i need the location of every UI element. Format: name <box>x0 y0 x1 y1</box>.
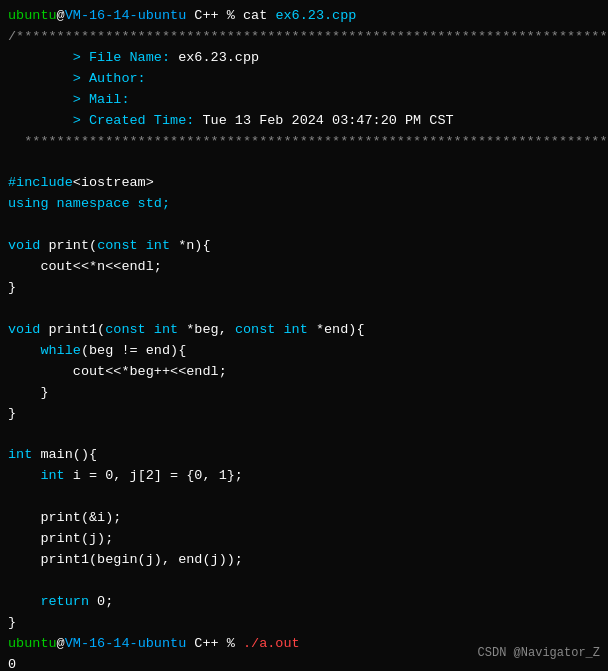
separator-bottom-text: ****************************************… <box>8 132 608 153</box>
print-i-text: print(&i); <box>8 508 121 529</box>
const-kw1: const <box>97 236 138 257</box>
print-i-line: print(&i); <box>8 508 600 529</box>
prompt-file: ex6.23.cpp <box>275 6 356 27</box>
prompt-at-2: @ <box>57 634 65 655</box>
void-print-sig: void print(const int *n){ <box>8 236 600 257</box>
return-kw: return <box>40 592 89 613</box>
blank-5 <box>8 487 600 508</box>
prompt-cmd: cat <box>243 6 275 27</box>
int-main-kw: int <box>8 445 32 466</box>
watermark-text: CSDN @Navigator_Z <box>478 646 600 660</box>
close-brace-while-text: } <box>8 383 49 404</box>
void-kw1: void <box>8 236 40 257</box>
meta-mail-text: > Mail: <box>8 90 130 111</box>
while-kw: while <box>40 341 81 362</box>
prompt-user: ubuntu <box>8 6 57 27</box>
void-print1-sig: void print1(const int *beg, const int *e… <box>8 320 600 341</box>
output-val-1: 0 <box>8 655 16 671</box>
int-kw1: int <box>146 236 170 257</box>
meta-filename-text: > File Name: ex6.23.cpp <box>8 48 259 69</box>
prompt-user-2: ubuntu <box>8 634 57 655</box>
close-brace-1-text: } <box>8 278 16 299</box>
blank-2 <box>8 215 600 236</box>
print-j-line: print(j); <box>8 529 600 550</box>
return-line: return 0; <box>8 592 600 613</box>
int-n <box>138 236 146 257</box>
include-line: #include<iostream> <box>8 173 600 194</box>
int-kw4: int <box>40 466 64 487</box>
prompt-host-2: VM-16-14-ubuntu <box>65 634 187 655</box>
meta-created-text: > Created Time: Tue 13 Feb 2024 03:47:20… <box>8 111 454 132</box>
while-line: while(beg != end){ <box>8 341 600 362</box>
close-brace-while: } <box>8 383 600 404</box>
int-kw3: int <box>284 320 308 341</box>
separator-top: /***************************************… <box>8 27 600 48</box>
separator-text: /***************************************… <box>8 27 608 48</box>
while-indent <box>8 341 40 362</box>
watermark: CSDN @Navigator_Z <box>478 644 600 663</box>
print1-sig: print1( <box>40 320 105 341</box>
blank-4 <box>8 424 600 445</box>
meta-author-text: > Author: <box>8 69 146 90</box>
close-brace-main: } <box>8 613 600 634</box>
command-line-1: ubuntu@VM-16-14-ubuntu C++ % cat ex6.23.… <box>8 6 600 27</box>
blank-1 <box>8 152 600 173</box>
using-keyword: using namespace std; <box>8 194 170 215</box>
blank-6 <box>8 571 600 592</box>
cout-beg-text: cout<<*beg++<<endl; <box>8 362 227 383</box>
close-brace-1: } <box>8 278 600 299</box>
int-main-sig: int main(){ <box>8 445 600 466</box>
while-cond: (beg != end){ <box>81 341 186 362</box>
const-kw3: const <box>235 320 276 341</box>
close-brace-2: } <box>8 404 600 425</box>
prompt-shell-2: C++ % <box>186 634 243 655</box>
print1-line: print1(begin(j), end(j)); <box>8 550 600 571</box>
include-lib: <iostream> <box>73 173 154 194</box>
include-keyword: #include <box>8 173 73 194</box>
terminal-window: ubuntu@VM-16-14-ubuntu C++ % cat ex6.23.… <box>0 0 608 671</box>
separator-bottom: ****************************************… <box>8 132 600 153</box>
using-namespace-line: using namespace std; <box>8 194 600 215</box>
int-kw2: int <box>154 320 178 341</box>
close-brace-main-text: } <box>8 613 16 634</box>
cout-beg-line: cout<<*beg++<<endl; <box>8 362 600 383</box>
print-j-text: print(j); <box>8 529 113 550</box>
meta-filename: > File Name: ex6.23.cpp <box>8 48 600 69</box>
meta-mail: > Mail: <box>8 90 600 111</box>
void-kw2: void <box>8 320 40 341</box>
prompt-host: VM-16-14-ubuntu <box>65 6 187 27</box>
run-cmd: ./a.out <box>243 634 300 655</box>
print1-text: print1(begin(j), end(j)); <box>8 550 243 571</box>
close-brace-2-text: } <box>8 404 16 425</box>
blank-3 <box>8 299 600 320</box>
const-kw2: const <box>105 320 146 341</box>
prompt-at: @ <box>57 6 65 27</box>
print-sig: print( <box>40 236 97 257</box>
main-sig: main(){ <box>32 445 97 466</box>
star-n: *n){ <box>170 236 211 257</box>
cout-n-line: cout<<*n<<endl; <box>8 257 600 278</box>
meta-author: > Author: <box>8 69 600 90</box>
int-decl-text: i = 0, j[2] = {0, 1}; <box>65 466 243 487</box>
prompt-shell: C++ % <box>186 6 243 27</box>
cout-n-text: cout<<*n<<endl; <box>8 257 162 278</box>
return-text: 0; <box>89 592 113 613</box>
int-decl-line: int i = 0, j[2] = {0, 1}; <box>8 466 600 487</box>
meta-created: > Created Time: Tue 13 Feb 2024 03:47:20… <box>8 111 600 132</box>
